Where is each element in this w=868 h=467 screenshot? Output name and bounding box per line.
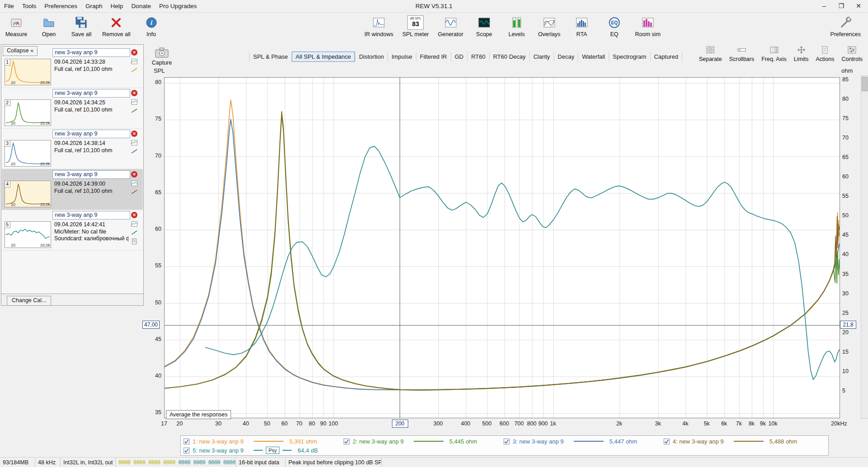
limits-icon	[797, 46, 806, 55]
levels-button[interactable]: Levels	[502, 13, 531, 37]
ir-windows-button[interactable]: IR windows	[362, 13, 396, 37]
trace-style-icon[interactable]	[131, 108, 137, 115]
delete-measurement-button[interactable]: ✕	[131, 171, 137, 177]
plot-canvas[interactable]	[164, 77, 840, 418]
trace-options-icon[interactable]	[131, 181, 137, 187]
menu-preferences[interactable]: Preferences	[40, 0, 81, 12]
tab-rt60[interactable]: RT60	[467, 52, 489, 61]
measurement-thumbnail[interactable]: 3 20 20,0k	[5, 140, 51, 167]
menu-tools[interactable]: Tools	[18, 0, 41, 12]
open-button[interactable]: Open	[34, 13, 63, 37]
actions-button[interactable]: Actions	[816, 46, 834, 62]
spl-meter-button[interactable]: dB SPL83 SPL meter	[400, 13, 432, 37]
measure-button[interactable]: Measure	[2, 13, 31, 37]
trace-style-icon[interactable]	[131, 230, 137, 237]
tab-waterfall[interactable]: Waterfall	[578, 52, 609, 61]
right-axis-tick: 10	[842, 368, 858, 374]
measurement-name-input[interactable]: new 3-way anp 9	[52, 130, 130, 138]
tab-distortion[interactable]: Distortion	[355, 52, 387, 61]
save-all-button[interactable]: Save all	[67, 13, 96, 37]
delete-measurement-button[interactable]: ✕	[131, 49, 137, 56]
menu-graph[interactable]: Graph	[81, 0, 107, 12]
notes-icon[interactable]	[132, 238, 137, 246]
measurement-name-input[interactable]: new 3-way anp 9	[52, 89, 130, 98]
ir-windows-icon	[372, 15, 386, 30]
trace-style-icon[interactable]	[131, 67, 137, 74]
controls-button[interactable]: Controls	[841, 46, 863, 62]
measurement-item-5[interactable]: new 3-way anp 9 ✕ 5 20 20,0k 09.04.2026 …	[2, 210, 143, 251]
trace-options-icon[interactable]	[131, 140, 137, 147]
trace-options-icon[interactable]	[131, 221, 137, 228]
scope-button[interactable]: Scope	[470, 13, 499, 37]
legend-checkbox[interactable]	[344, 439, 349, 444]
measurement-number: 2	[5, 100, 10, 106]
open-folder-icon	[42, 15, 56, 30]
freq-axis-tick: 30	[207, 420, 230, 427]
change-cal-button[interactable]: Change Cal...	[7, 296, 51, 306]
measurement-item-4[interactable]: new 3-way anp 9 ✕ 4 20 20,0k 09.04.2026 …	[2, 169, 143, 210]
measurement-name-input[interactable]: new 3-way anp 9	[52, 211, 130, 219]
measurement-name-input[interactable]: new 3-way anp 9	[52, 48, 130, 57]
generator-button[interactable]: Generator	[435, 13, 466, 37]
eq-button[interactable]: EQ EQ	[600, 13, 629, 37]
trace-options-icon[interactable]	[131, 59, 137, 65]
cursor-freq-readout: 200	[392, 420, 408, 428]
menu-pro-upgrades[interactable]: Pro Upgrades	[155, 0, 201, 12]
scrollbar-thumb[interactable]	[862, 77, 868, 91]
graph-vertical-scrollbar[interactable]	[861, 75, 868, 419]
trace-options-icon[interactable]	[131, 99, 137, 106]
capture-button[interactable]: Capture	[149, 46, 175, 66]
menu-help[interactable]: Help	[107, 0, 127, 12]
preferences-button[interactable]: Preferences	[828, 13, 863, 37]
tab-filtered-ir[interactable]: Filtered IR	[416, 52, 451, 61]
info-button[interactable]: i Info	[137, 13, 166, 37]
measurement-item-2[interactable]: new 3-way anp 9 ✕ 2 20 20,0k 09.04.2026 …	[2, 88, 143, 129]
measurement-item-3[interactable]: new 3-way anp 9 ✕ 3 20 20,0k 09.04.2026 …	[2, 128, 143, 169]
measurement-thumbnail[interactable]: 4 20 20,0k	[5, 181, 51, 207]
psy-smoothing-button[interactable]: Psy	[266, 447, 279, 454]
trace-style-icon[interactable]	[131, 149, 137, 155]
tab-spl-phase[interactable]: SPL & Phase	[249, 52, 292, 61]
legend-checkbox[interactable]	[504, 439, 509, 444]
separate-button[interactable]: Separate	[699, 46, 722, 62]
tab-captured[interactable]: Captured	[650, 52, 682, 61]
trace-style-icon[interactable]	[131, 189, 137, 196]
legend-checkbox[interactable]	[184, 448, 189, 453]
tab-rt60-decay[interactable]: RT60 Decay	[489, 52, 529, 61]
measurement-thumbnail[interactable]: 2 20 20,0k	[5, 99, 51, 126]
rta-button[interactable]: RTA	[567, 13, 596, 37]
menu-file[interactable]: File	[0, 0, 18, 12]
delete-measurement-button[interactable]: ✕	[131, 212, 137, 218]
measurement-thumbnail[interactable]: 1 20 20,0k	[5, 59, 51, 85]
close-button[interactable]: ✕	[850, 0, 867, 12]
peak-input-info: Peak input before clipping 100 dB SPL	[286, 458, 382, 467]
scrollbars-button[interactable]: Scrollbars	[729, 46, 755, 62]
minimize-button[interactable]: –	[816, 0, 833, 12]
legend-label: 4: new 3-way anp 9	[673, 438, 731, 445]
menu-donate[interactable]: Donate	[127, 0, 155, 12]
legend-label: 2: new 3-way anp 9	[353, 438, 410, 445]
tab-gd[interactable]: GD	[451, 52, 467, 61]
delete-measurement-button[interactable]: ✕	[131, 131, 137, 137]
tab-impulse[interactable]: Impulse	[387, 52, 416, 61]
legend-checkbox[interactable]	[664, 439, 670, 444]
room-sim-button[interactable]: Room sim	[632, 13, 663, 37]
limits-button[interactable]: Limits	[794, 46, 809, 62]
tab-all-spl-impedance[interactable]: All SPL & Impedance	[292, 51, 355, 62]
remove-all-button[interactable]: Remove all	[99, 13, 133, 37]
legend-label: 5: new 3-way anp 9	[193, 447, 250, 454]
overlays-icon	[542, 15, 556, 30]
measurement-name-input[interactable]: new 3-way anp 9	[52, 170, 130, 179]
collapse-panel-button[interactable]: Collapse «	[3, 46, 38, 56]
tab-decay[interactable]: Decay	[554, 52, 578, 61]
right-axis-tick: 35	[842, 271, 858, 277]
measurement-thumbnail[interactable]: 5 20 20,0k	[5, 221, 51, 248]
maximize-button[interactable]: ❐	[833, 0, 850, 12]
delete-measurement-button[interactable]: ✕	[131, 90, 137, 96]
tab-spectrogram[interactable]: Spectrogram	[609, 52, 650, 61]
overlays-button[interactable]: Overlays	[535, 13, 564, 37]
legend-checkbox[interactable]	[184, 439, 189, 444]
legend-item-2: 2: new 3-way anp 9 5,445 ohm	[344, 438, 504, 445]
tab-clarity[interactable]: Clarity	[529, 52, 554, 61]
freq-axis-button[interactable]: Freq. Axis	[761, 46, 787, 62]
